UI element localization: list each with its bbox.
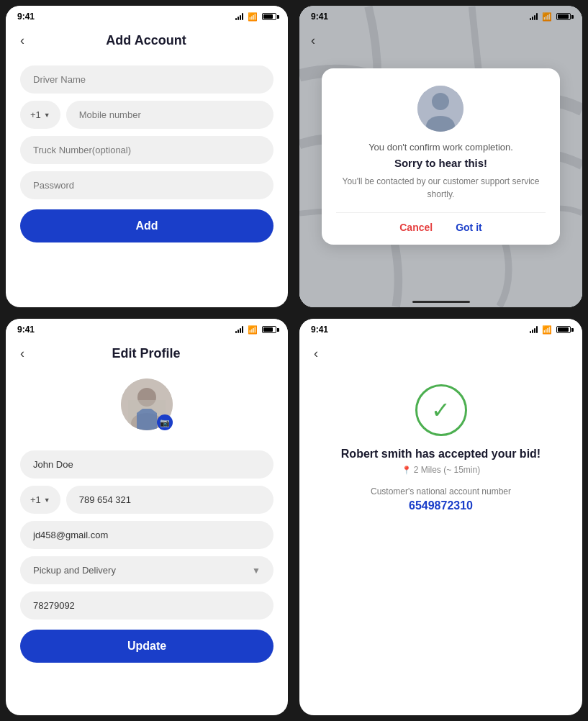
edit-back-button[interactable]: ‹: [17, 343, 27, 364]
map-dialog-screen: Oxford Rd 9:41 📶 ‹ You don't confirm w: [299, 6, 582, 307]
bid-header: ‹: [299, 337, 582, 370]
driver-name-input[interactable]: [20, 65, 273, 94]
bid-accepted-screen: 9:41 📶 ‹ ✓ Robert smith has accepted you…: [299, 319, 582, 715]
time-1: 9:41: [17, 12, 35, 22]
checkmark-icon: ✓: [431, 396, 451, 424]
modal-overlay: You don't confirm work completion. Sorry…: [299, 6, 582, 307]
dialog-title: Sorry to hear this!: [336, 157, 545, 169]
service-type-value: Pickup and Delivery: [33, 565, 252, 576]
chevron-down-icon-1: ▼: [44, 112, 50, 119]
chevron-down-icon-2: ▼: [44, 496, 50, 504]
bid-time: 9:41: [311, 325, 328, 335]
wifi-icon-1: 📶: [248, 12, 258, 22]
bid-signal-icon: [530, 326, 538, 333]
location-pin-icon: 📍: [402, 466, 412, 475]
truck-number-edit-input[interactable]: [20, 591, 273, 620]
edit-profile-screen: 9:41 📶 ‹ Edit Profile: [6, 319, 288, 715]
bid-title: Robert smith has accepted your bid!: [341, 448, 540, 461]
edit-profile-header: ‹ Edit Profile: [6, 337, 288, 370]
dialog-subtitle: You don't confirm work completion.: [336, 142, 545, 153]
edit-wifi-icon: 📶: [248, 325, 258, 335]
add-account-form: +1 ▼ Add: [6, 57, 288, 251]
edit-profile-title: Edit Profile: [33, 346, 259, 361]
bid-distance: 📍 2 Miles (~ 15min): [402, 465, 480, 475]
profile-avatar-wrap: 📷: [121, 378, 173, 430]
chevron-down-icon-3: ▼: [252, 566, 261, 576]
profile-avatar-section: 📷: [6, 370, 288, 442]
svg-point-3: [432, 93, 449, 110]
truck-number-input[interactable]: [20, 136, 273, 164]
bid-status-bar: 9:41 📶: [299, 319, 582, 337]
battery-icon-1: [262, 13, 276, 20]
edit-signal-icon: [235, 326, 243, 333]
bid-account-number: 6549872310: [314, 499, 568, 512]
bid-content: ✓ Robert smith has accepted your bid! 📍 …: [299, 370, 582, 527]
edit-country-code[interactable]: +1 ▼: [20, 486, 60, 514]
edit-status-icons: 📶: [235, 325, 276, 335]
country-code-1[interactable]: +1 ▼: [20, 101, 60, 129]
bid-wifi-icon: 📶: [542, 325, 552, 335]
back-button-1[interactable]: ‹: [17, 30, 27, 51]
add-account-header: ‹ Add Account: [6, 24, 288, 57]
edit-status-bar: 9:41 📶: [6, 319, 288, 337]
update-button[interactable]: Update: [20, 630, 273, 663]
edit-phone-input[interactable]: [66, 486, 273, 514]
dialog-card: You don't confirm work completion. Sorry…: [322, 68, 559, 245]
add-account-title: Add Account: [33, 33, 259, 48]
dialog-actions: Cancel Got it: [336, 212, 545, 233]
signal-icon-1: [235, 13, 243, 20]
camera-icon[interactable]: 📷: [157, 414, 173, 430]
bid-battery-icon: [556, 326, 571, 333]
status-bar-1: 9:41 📶: [6, 6, 288, 24]
dialog-avatar: [417, 86, 463, 132]
success-circle: ✓: [415, 384, 467, 436]
add-button[interactable]: Add: [20, 209, 273, 242]
name-input[interactable]: [20, 450, 273, 479]
edit-time: 9:41: [17, 325, 35, 335]
service-type-dropdown[interactable]: Pickup and Delivery ▼: [20, 556, 273, 584]
dialog-body: You'll be contacted by our customer supp…: [336, 175, 545, 201]
add-account-screen: 9:41 📶 ‹ Add Account +1 ▼ Add: [6, 6, 288, 307]
phone-row-1: +1 ▼: [20, 101, 273, 129]
password-input[interactable]: [20, 171, 273, 199]
bid-account-label: Customer's national account number: [314, 486, 568, 496]
mobile-number-input[interactable]: [66, 101, 273, 129]
cancel-button[interactable]: Cancel: [399, 222, 433, 233]
email-input[interactable]: [20, 521, 273, 549]
bid-status-icons: 📶: [530, 325, 571, 335]
edit-phone-row: +1 ▼: [20, 486, 273, 514]
edit-profile-form: +1 ▼ Pickup and Delivery ▼ Update: [6, 442, 288, 671]
gotit-button[interactable]: Got it: [456, 222, 482, 233]
bid-back-button[interactable]: ‹: [311, 343, 321, 364]
edit-battery-icon: [262, 326, 276, 333]
status-icons-1: 📶: [235, 12, 276, 22]
